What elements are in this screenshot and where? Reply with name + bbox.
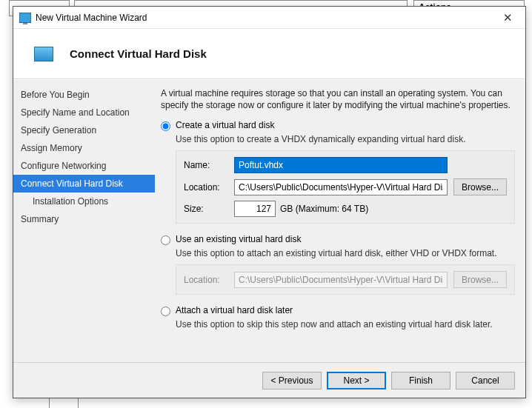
radio-attach-later[interactable]: [161, 307, 170, 316]
existing-location-input: [234, 272, 448, 288]
step-before-you-begin[interactable]: Before You Begin: [13, 86, 155, 104]
step-connect-virtual-hard-disk[interactable]: Connect Virtual Hard Disk: [13, 175, 155, 193]
existing-vhd-box: Location: Browse...: [176, 264, 515, 295]
step-installation-options[interactable]: Installation Options: [13, 193, 155, 210]
header-monitor-icon: [34, 47, 53, 61]
radio-use-existing-vhd-label: Use an existing virtual hard disk: [176, 234, 301, 244]
page-title: Connect Virtual Hard Disk: [70, 47, 207, 60]
radio-use-existing-vhd[interactable]: [161, 235, 170, 245]
option-later-desc: Use this option to skip this step now an…: [176, 319, 515, 330]
name-label: Name:: [184, 160, 228, 170]
vhd-name-input[interactable]: [234, 157, 448, 173]
step-configure-networking[interactable]: Configure Networking: [13, 157, 155, 175]
wizard-footer: < Previous Next > Finish Cancel: [13, 362, 525, 398]
wizard-header: Connect Virtual Hard Disk: [13, 29, 525, 79]
create-vhd-box: Name: Location: Browse... Size: GB (Maxi…: [176, 150, 515, 224]
option-attach-later: Attach a virtual hard disk later Use thi…: [161, 305, 515, 330]
app-icon: [19, 13, 31, 23]
radio-create-vhd[interactable]: [161, 121, 170, 131]
option-create-desc: Use this option to create a VHDX dynamic…: [176, 134, 515, 144]
wizard-dialog: New Virtual Machine Wizard ✕ Connect Vir…: [13, 6, 526, 398]
option-existing-desc: Use this option to attach an existing vi…: [176, 248, 515, 258]
finish-button[interactable]: Finish: [391, 372, 450, 389]
step-specify-generation[interactable]: Specify Generation: [13, 121, 155, 139]
cancel-button[interactable]: Cancel: [456, 372, 515, 389]
window-title: New Virtual Machine Wizard: [36, 13, 493, 23]
location-label: Location:: [184, 182, 228, 193]
title-bar: New Virtual Machine Wizard ✕: [13, 7, 525, 29]
browse-existing-location-button: Browse...: [453, 271, 507, 288]
existing-location-label: Location:: [184, 275, 228, 285]
wizard-steps: Before You Begin Specify Name and Locati…: [13, 80, 155, 362]
vhd-size-input[interactable]: [234, 201, 276, 217]
intro-text: A virtual machine requires storage so th…: [161, 87, 515, 111]
vhd-location-input[interactable]: [234, 179, 448, 195]
option-create-vhd: Create a virtual hard disk Use this opti…: [161, 120, 515, 224]
size-label: Size:: [184, 204, 228, 214]
previous-button[interactable]: < Previous: [262, 372, 322, 389]
wizard-content: A virtual machine requires storage so th…: [155, 80, 525, 362]
step-assign-memory[interactable]: Assign Memory: [13, 139, 155, 157]
close-button[interactable]: ✕: [493, 7, 522, 28]
next-button[interactable]: Next >: [327, 372, 386, 389]
browse-create-location-button[interactable]: Browse...: [453, 178, 507, 195]
step-summary[interactable]: Summary: [13, 210, 155, 228]
radio-create-vhd-label: Create a virtual hard disk: [176, 120, 274, 130]
size-suffix: GB (Maximum: 64 TB): [280, 204, 368, 214]
radio-attach-later-label: Attach a virtual hard disk later: [176, 305, 293, 315]
option-use-existing-vhd: Use an existing virtual hard disk Use th…: [161, 234, 515, 295]
step-specify-name-location[interactable]: Specify Name and Location: [13, 104, 155, 121]
